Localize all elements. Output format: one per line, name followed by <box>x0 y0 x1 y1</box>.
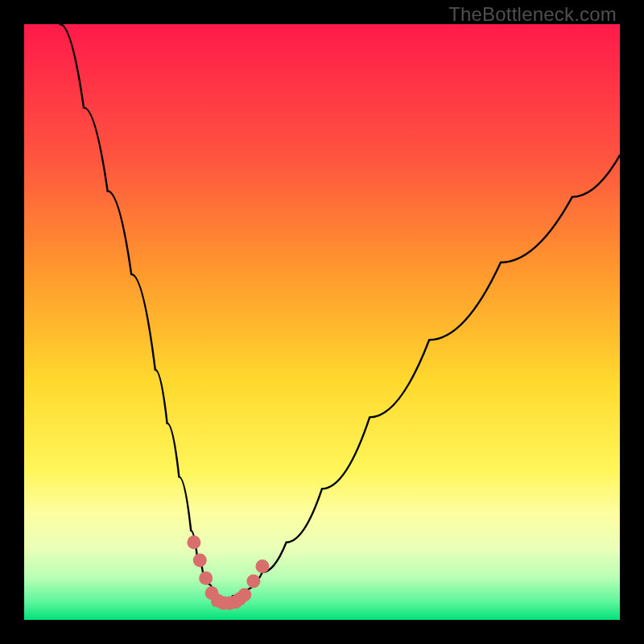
marker-dot <box>193 554 207 568</box>
bottleneck-curve <box>60 24 620 606</box>
plot-area <box>24 24 620 620</box>
marker-dot <box>237 588 251 601</box>
marker-dot <box>187 535 200 549</box>
v-curve <box>60 24 620 606</box>
highlight-markers <box>187 535 269 609</box>
chart-svg <box>24 24 620 620</box>
marker-dot <box>246 574 260 588</box>
outer-frame: TheBottleneck.com <box>0 0 644 644</box>
marker-dot <box>256 559 270 573</box>
marker-dot <box>199 572 213 585</box>
watermark-text: TheBottleneck.com <box>448 3 617 26</box>
